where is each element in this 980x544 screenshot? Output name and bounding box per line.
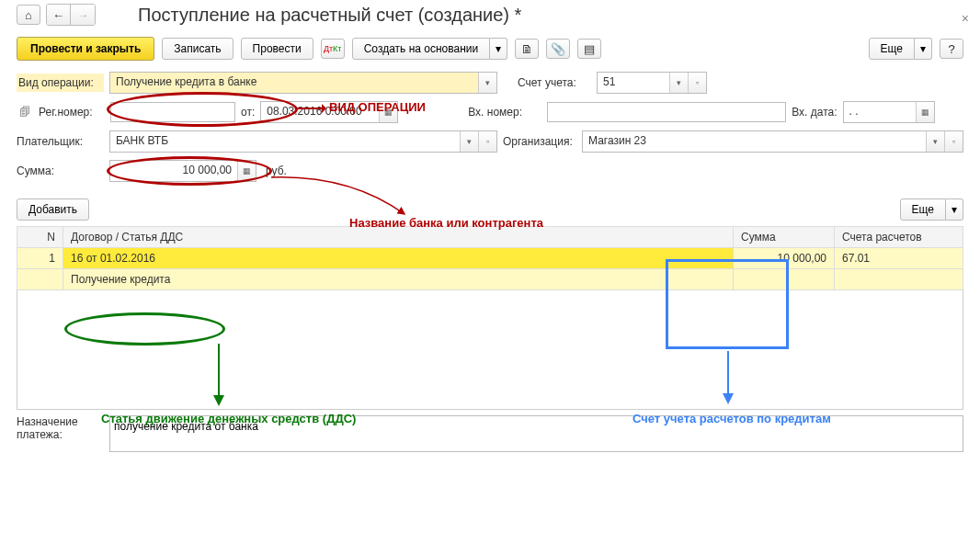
account-select[interactable]: 51 ▾ ▫ [597, 72, 707, 94]
calendar-icon[interactable]: ▦ [916, 102, 934, 122]
post-and-close-button[interactable]: Провести и закрыть [17, 37, 154, 61]
help-icon[interactable]: ? [940, 39, 963, 59]
attach-icon[interactable]: 📎 [546, 39, 570, 59]
calendar-icon[interactable]: ▦ [379, 102, 397, 122]
in-date-input[interactable]: . . ▦ [843, 101, 935, 123]
cell-dds: Получение кредита [63, 269, 734, 290]
table-empty-area [17, 290, 963, 410]
doc-icon: 🗐 [17, 104, 33, 120]
table-more-dropdown[interactable]: ▾ [946, 198, 963, 221]
open-icon[interactable]: ▫ [944, 131, 963, 152]
col-n[interactable]: N [17, 227, 63, 248]
sum-value: 10 000,00 [110, 161, 237, 181]
print-icon[interactable]: 🗎 [515, 39, 539, 59]
dropdown-icon[interactable]: ▾ [460, 131, 478, 152]
cell-n: 1 [17, 248, 63, 269]
in-num-input[interactable] [547, 102, 786, 122]
cell-empty [835, 269, 963, 290]
cell-contract: 16 от 01.02.2016 [63, 248, 734, 269]
table-row[interactable]: 1 16 от 01.02.2016 10 000,00 67.01 [17, 248, 963, 269]
add-button[interactable]: Добавить [17, 198, 89, 221]
date-input[interactable]: 08.03.2016 0:00:00 ▦ [260, 101, 398, 123]
op-type-value: Получение кредита в банке [110, 73, 478, 93]
write-button[interactable]: Записать [162, 38, 233, 60]
in-date-label: Вх. дата: [792, 106, 837, 119]
list-icon[interactable]: ▤ [577, 39, 601, 59]
cell-sum: 10 000,00 [734, 248, 835, 269]
dropdown-icon[interactable]: ▾ [478, 73, 496, 93]
cell-acct: 67.01 [835, 248, 963, 269]
account-value: 51 [598, 73, 669, 93]
reg-num-label: Рег.номер: [39, 106, 105, 119]
col-contract[interactable]: Договор / Статья ДДС [63, 227, 734, 248]
home-icon[interactable]: ⌂ [17, 5, 40, 25]
org-select[interactable]: Магазин 23 ▾ ▫ [582, 130, 963, 153]
cell-empty [734, 269, 835, 290]
org-value: Магазин 23 [583, 131, 926, 152]
forward-icon[interactable]: → [71, 5, 95, 25]
open-icon[interactable]: ▫ [478, 131, 496, 152]
sum-label: Сумма: [17, 164, 104, 177]
currency-label: руб. [266, 164, 287, 177]
more-dropdown[interactable]: ▾ [915, 38, 932, 60]
reg-num-input[interactable] [110, 102, 235, 122]
post-button[interactable]: Провести [241, 38, 313, 60]
in-num-label: Вх. номер: [468, 106, 541, 119]
purpose-label: Назначение платежа: [17, 415, 104, 441]
more-button[interactable]: Еще [869, 38, 915, 60]
account-label: Счет учета: [518, 76, 591, 89]
in-date-value: . . [844, 102, 916, 122]
org-label: Организация: [503, 135, 576, 148]
create-based-button[interactable]: Создать на основании [352, 38, 491, 60]
op-type-select[interactable]: Получение кредита в банке ▾ [109, 72, 497, 94]
back-icon[interactable]: ← [47, 5, 71, 25]
details-table: N Договор / Статья ДДС Сумма Счета расче… [17, 226, 963, 290]
col-sum[interactable]: Сумма [734, 227, 835, 248]
create-based-dropdown[interactable]: ▾ [490, 38, 507, 60]
calculator-icon[interactable]: ▦ [237, 161, 256, 181]
close-icon[interactable]: × [962, 11, 969, 26]
sum-input[interactable]: 10 000,00 ▦ [109, 160, 256, 182]
dropdown-icon[interactable]: ▾ [926, 131, 944, 152]
payer-label: Плательщик: [17, 135, 104, 148]
page-title: Поступление на расчетный счет (создание)… [138, 5, 521, 26]
dtkt-icon[interactable]: ДтКт [321, 39, 345, 59]
dropdown-icon[interactable]: ▾ [669, 73, 688, 93]
col-accounts[interactable]: Счета расчетов [835, 227, 963, 248]
date-value: 08.03.2016 0:00:00 [261, 102, 379, 122]
open-icon[interactable]: ▫ [688, 73, 706, 93]
table-more-button[interactable]: Еще [900, 198, 946, 221]
from-label: от: [241, 106, 255, 119]
payer-value: БАНК ВТБ [110, 131, 460, 152]
cell-n-empty [17, 269, 63, 290]
purpose-textarea[interactable]: получение кредита от банка [109, 415, 963, 452]
table-row[interactable]: Получение кредита [17, 269, 963, 290]
op-type-label: Вид операции: [17, 74, 104, 92]
payer-select[interactable]: БАНК ВТБ ▾ ▫ [109, 130, 497, 153]
